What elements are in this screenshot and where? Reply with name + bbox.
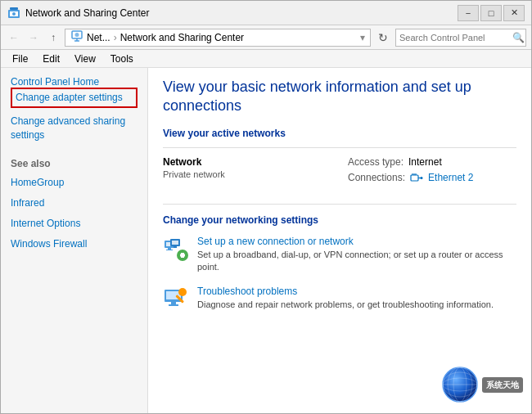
ethernet-link[interactable]: Ethernet 2 <box>428 172 473 183</box>
network-name: Network <box>163 156 331 168</box>
menu-tools[interactable]: Tools <box>104 52 140 66</box>
active-networks-header: View your active networks <box>163 128 516 139</box>
network-type: Private network <box>163 169 331 179</box>
sidebar-item-change-adapter[interactable]: Change adapter settings <box>11 88 138 108</box>
window-icon <box>7 7 20 20</box>
sidebar: Control Panel Home Change adapter settin… <box>1 68 148 413</box>
access-type-value: Internet <box>408 156 442 168</box>
path-part2: Network and Sharing Center <box>120 32 244 43</box>
new-connection-icon <box>163 236 189 262</box>
network-right: Access type: Internet Connections: <box>348 156 516 184</box>
access-type-row: Access type: Internet <box>348 156 516 168</box>
connections-label: Connections: <box>348 172 405 183</box>
svg-point-28 <box>178 288 187 296</box>
troubleshoot-desc: Diagnose and repair network problems, or… <box>197 299 494 309</box>
connections-row: Connections: Ethernet 2 <box>348 171 516 184</box>
back-button[interactable]: ← <box>6 29 22 46</box>
svg-point-2 <box>12 12 16 16</box>
maximize-button[interactable]: □ <box>480 5 502 21</box>
window: Network and Sharing Center − □ ✕ ← → ↑ N… <box>0 0 532 414</box>
troubleshoot-link[interactable]: Troubleshoot problems <box>197 286 494 297</box>
sidebar-item-infrared[interactable]: Infrared <box>11 196 138 210</box>
up-button[interactable]: ↑ <box>45 29 61 46</box>
network-info-box: Network Private network Access type: Int… <box>163 147 516 192</box>
watermark-container: 系统天地 <box>441 366 523 403</box>
title-bar: Network and Sharing Center − □ ✕ <box>1 1 531 25</box>
window-controls: − □ ✕ <box>458 5 525 21</box>
forward-button[interactable]: → <box>25 29 42 46</box>
content-area: View your basic network information and … <box>148 68 531 413</box>
svg-rect-8 <box>411 175 418 181</box>
menu-bar: File Edit View Tools <box>1 50 531 68</box>
svg-point-7 <box>75 33 79 37</box>
svg-rect-27 <box>169 304 178 306</box>
search-box[interactable]: 🔍 <box>395 29 526 47</box>
change-settings-section: Change your networking settings <box>163 204 516 312</box>
watermark-text: 系统天地 <box>486 380 519 389</box>
window-title: Network and Sharing Center <box>25 7 458 19</box>
path-separator: › <box>114 32 117 43</box>
path-part1: Net... <box>87 32 110 43</box>
page-title: View your basic network information and … <box>163 78 516 116</box>
troubleshoot-item: Troubleshoot problems Diagnose and repai… <box>163 286 516 312</box>
svg-rect-26 <box>171 302 176 304</box>
search-input[interactable] <box>399 33 512 43</box>
network-left: Network Private network <box>163 156 348 184</box>
svg-rect-16 <box>168 248 171 250</box>
address-path[interactable]: Net... › Network and Sharing Center ▾ <box>65 29 371 47</box>
sidebar-item-internet-options[interactable]: Internet Options <box>11 217 138 231</box>
sidebar-home[interactable]: Control Panel Home <box>11 76 99 88</box>
svg-rect-19 <box>172 241 178 245</box>
watermark-globe-icon <box>441 366 479 403</box>
menu-file[interactable]: File <box>6 52 34 66</box>
svg-rect-20 <box>174 246 177 248</box>
sidebar-item-homegroup[interactable]: HomeGroup <box>11 176 138 190</box>
new-connection-text: Set up a new connection or network Set u… <box>197 236 516 274</box>
svg-point-13 <box>421 177 423 179</box>
new-connection-link[interactable]: Set up a new connection or network <box>197 236 516 247</box>
change-settings-header: Change your networking settings <box>163 214 516 226</box>
path-dropdown[interactable]: ▾ <box>360 32 365 43</box>
troubleshoot-icon <box>163 286 189 312</box>
svg-rect-17 <box>166 250 173 250</box>
close-button[interactable]: ✕ <box>503 5 525 21</box>
svg-rect-3 <box>10 7 18 10</box>
search-icon: 🔍 <box>512 32 525 43</box>
minimize-button[interactable]: − <box>458 5 479 21</box>
menu-edit[interactable]: Edit <box>36 52 66 66</box>
network-icon <box>70 29 83 45</box>
main-layout: Control Panel Home Change adapter settin… <box>1 68 531 413</box>
svg-rect-23 <box>180 254 185 256</box>
ethernet-icon <box>410 171 423 184</box>
access-type-label: Access type: <box>348 156 404 168</box>
new-connection-desc: Set up a broadband, dial-up, or VPN conn… <box>197 250 503 272</box>
troubleshoot-text: Troubleshoot problems Diagnose and repai… <box>197 286 494 311</box>
refresh-button[interactable]: ↻ <box>374 29 392 47</box>
menu-view[interactable]: View <box>68 52 102 66</box>
address-bar: ← → ↑ Net... › Network and Sharing Cente… <box>1 25 531 50</box>
sidebar-item-change-advanced[interactable]: Change advanced sharing settings <box>11 115 138 142</box>
sidebar-item-windows-firewall[interactable]: Windows Firewall <box>11 237 138 251</box>
sidebar-see-also-label: See also <box>11 158 138 169</box>
new-connection-item: Set up a new connection or network Set u… <box>163 236 516 274</box>
